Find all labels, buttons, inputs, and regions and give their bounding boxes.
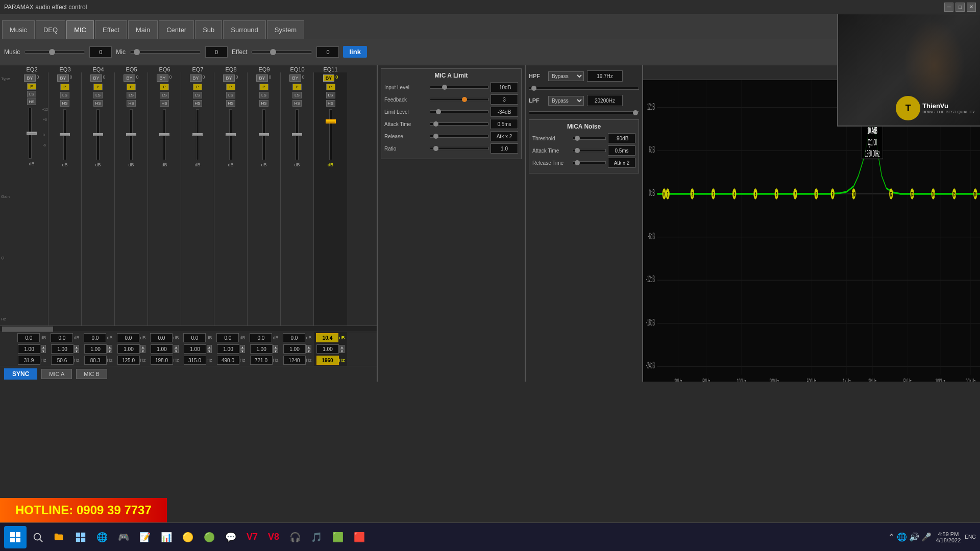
eq10-q-val[interactable]: 1.00 bbox=[283, 344, 306, 354]
eq6-q-val[interactable]: 1.00 bbox=[151, 344, 173, 354]
cubase-button[interactable]: 🟩 bbox=[328, 527, 348, 547]
eq7-fader[interactable] bbox=[191, 109, 204, 160]
eq6-by-button[interactable]: BY bbox=[157, 74, 168, 82]
eq11-by-button[interactable]: BY bbox=[323, 74, 335, 82]
eq-scrollbar[interactable] bbox=[0, 325, 377, 332]
eq3-q-up[interactable]: ▲ bbox=[74, 345, 79, 349]
minimize-button[interactable]: ─ bbox=[944, 3, 953, 12]
tab-deq[interactable]: DEQ bbox=[36, 20, 65, 39]
tab-system[interactable]: System bbox=[267, 20, 304, 39]
eq6-hs-button[interactable]: HS bbox=[160, 100, 169, 107]
eq2-ls-button[interactable]: LS bbox=[27, 91, 36, 97]
eq9-hz-val[interactable]: 721.0 bbox=[250, 356, 273, 365]
tab-music[interactable]: Music bbox=[2, 20, 35, 39]
feedback-slider[interactable] bbox=[430, 98, 488, 101]
eq7-hs-button[interactable]: HS bbox=[193, 100, 202, 107]
eq11-gain-val[interactable]: 10.4 bbox=[316, 333, 338, 342]
eq5-gain-val[interactable]: 0.0 bbox=[117, 333, 139, 342]
eq8-fader[interactable] bbox=[225, 109, 237, 160]
eq2-q-up[interactable]: ▲ bbox=[41, 345, 46, 349]
eq2-hz-val[interactable]: 31.9 bbox=[18, 356, 40, 365]
micb-button[interactable]: MIC B bbox=[76, 369, 107, 379]
eq6-p-button[interactable]: P bbox=[160, 84, 169, 90]
attack-time-value[interactable]: 0.5ms bbox=[491, 119, 518, 129]
eq5-hs-button[interactable]: HS bbox=[127, 100, 136, 107]
eq4-by-button[interactable]: BY bbox=[90, 74, 102, 82]
music-value[interactable]: 0 bbox=[89, 46, 112, 58]
ratio-slider[interactable] bbox=[430, 147, 488, 150]
eq2-fader[interactable]: +12 +6 0 -6 bbox=[26, 108, 38, 159]
chrome-button[interactable]: 🟡 bbox=[178, 527, 198, 547]
zing-button[interactable]: 🟢 bbox=[199, 527, 219, 547]
eq7-by-button[interactable]: BY bbox=[190, 74, 201, 82]
eq9-gain-val[interactable]: 0.0 bbox=[250, 333, 272, 342]
eq10-fader[interactable] bbox=[291, 109, 303, 160]
eq3-hz-val[interactable]: 50.6 bbox=[51, 356, 74, 365]
eq11-q-down[interactable]: ▼ bbox=[339, 349, 345, 353]
eq5-q-up[interactable]: ▲ bbox=[140, 345, 145, 349]
eq6-hz-val[interactable]: 198.0 bbox=[151, 356, 173, 365]
eq11-q-up[interactable]: ▲ bbox=[339, 345, 345, 349]
noise-attack-slider[interactable] bbox=[573, 149, 606, 152]
eq9-fader[interactable] bbox=[258, 109, 270, 160]
eq7-q-up[interactable]: ▲ bbox=[207, 345, 212, 349]
eq2-q-down[interactable]: ▼ bbox=[41, 349, 46, 353]
release-slider[interactable] bbox=[430, 135, 488, 138]
tab-sub[interactable]: Sub bbox=[195, 20, 222, 39]
search-taskbar-button[interactable] bbox=[28, 527, 48, 547]
eq10-q-up[interactable]: ▲ bbox=[306, 345, 311, 349]
eq3-q-down[interactable]: ▼ bbox=[74, 349, 79, 353]
eq2-hs-button[interactable]: HS bbox=[27, 98, 36, 105]
v8-button[interactable]: V8 bbox=[263, 527, 284, 547]
threshold-slider[interactable] bbox=[573, 137, 606, 140]
lpf-select[interactable]: Bypass 12dB/oct 24dB/oct bbox=[548, 96, 584, 106]
eq5-ls-button[interactable]: LS bbox=[127, 92, 136, 98]
start-button[interactable] bbox=[4, 526, 27, 548]
network-icon[interactable]: 🌐 bbox=[897, 532, 907, 542]
link-button[interactable]: link bbox=[343, 46, 366, 58]
eq6-q-up[interactable]: ▲ bbox=[174, 345, 179, 349]
mica-button[interactable]: MIC A bbox=[41, 369, 72, 379]
eq3-q-val[interactable]: 1.00 bbox=[51, 344, 74, 354]
eq8-hs-button[interactable]: HS bbox=[226, 100, 235, 107]
mic-slider[interactable] bbox=[130, 51, 201, 54]
eq9-by-button[interactable]: BY bbox=[256, 74, 267, 82]
game-button[interactable]: 🎮 bbox=[113, 527, 134, 547]
eq6-q-down[interactable]: ▼ bbox=[174, 349, 179, 353]
excel-button[interactable]: 📊 bbox=[156, 527, 177, 547]
eq3-hs-button[interactable]: HS bbox=[60, 100, 69, 107]
eq7-ls-button[interactable]: LS bbox=[193, 92, 202, 98]
music-slider[interactable] bbox=[24, 51, 85, 54]
eq4-p-button[interactable]: P bbox=[93, 84, 103, 90]
attack-time-slider[interactable] bbox=[430, 122, 488, 126]
eq3-fader[interactable] bbox=[59, 109, 71, 160]
eq9-q-up[interactable]: ▲ bbox=[273, 345, 278, 349]
eq4-gain-val[interactable]: 0.0 bbox=[84, 333, 106, 342]
eq6-fader[interactable] bbox=[158, 109, 170, 160]
tab-surround[interactable]: Surround bbox=[223, 20, 265, 39]
input-level-slider[interactable] bbox=[430, 86, 488, 89]
eq4-q-down[interactable]: ▼ bbox=[107, 349, 112, 353]
close-button[interactable]: ✕ bbox=[967, 3, 976, 12]
eq5-hz-val[interactable]: 125.0 bbox=[117, 356, 140, 365]
vt-button[interactable]: V7 bbox=[242, 527, 262, 547]
zalo-button[interactable]: 💬 bbox=[220, 527, 241, 547]
hpf-select[interactable]: Bypass 12dB/oct 24dB/oct bbox=[548, 71, 584, 81]
eq5-q-down[interactable]: ▼ bbox=[140, 349, 145, 353]
file-explorer-button[interactable] bbox=[49, 527, 69, 547]
eq5-p-button[interactable]: P bbox=[127, 84, 136, 90]
windows-button[interactable] bbox=[70, 527, 91, 547]
eq9-q-down[interactable]: ▼ bbox=[273, 349, 278, 353]
eq6-gain-val[interactable]: 0.0 bbox=[150, 333, 173, 342]
eq2-by-button[interactable]: BY bbox=[24, 74, 35, 82]
hpf-value[interactable]: 19.7Hz bbox=[587, 70, 623, 82]
effect-value[interactable]: 0 bbox=[316, 46, 339, 58]
clock-display[interactable]: 4:59 PM 4/18/2022 bbox=[936, 531, 961, 543]
eq7-p-button[interactable]: P bbox=[193, 84, 202, 90]
eq8-gain-val[interactable]: 0.0 bbox=[216, 333, 239, 342]
eq-scrollbar-thumb[interactable] bbox=[2, 327, 53, 332]
eq3-ls-button[interactable]: LS bbox=[60, 92, 69, 98]
tab-center[interactable]: Center bbox=[159, 20, 194, 39]
threshold-value[interactable]: -90dB bbox=[608, 133, 635, 143]
eq4-q-val[interactable]: 1.00 bbox=[84, 344, 107, 354]
